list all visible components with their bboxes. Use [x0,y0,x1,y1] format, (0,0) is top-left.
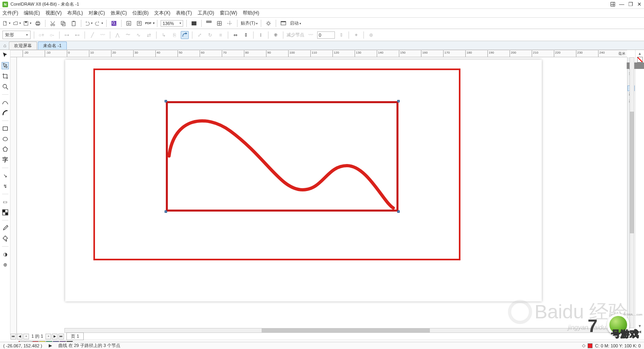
node-mode-select[interactable]: 矩形 [2,31,31,39]
app-launcher-icon[interactable] [279,19,287,27]
first-page-button[interactable]: ⏮ [10,334,16,339]
align-nodes-button[interactable]: ≡ [217,31,225,39]
transparency-tool[interactable] [2,209,9,216]
text-tool[interactable]: 字 [2,156,9,164]
add-page-before-button[interactable]: + [23,334,29,339]
import-button[interactable] [125,19,133,27]
horizontal-scrollbar[interactable] [64,328,627,333]
menu-view[interactable]: 视图(V) [45,10,62,17]
cusp-node-button[interactable]: ⋀ [114,31,122,39]
extend-curve-button[interactable]: ↳ [160,31,168,39]
reflect-v-button[interactable]: ⇕ [242,31,250,39]
tab-welcome[interactable]: 欢迎屏幕 [9,42,37,50]
new-button[interactable] [2,19,10,27]
shape-tool[interactable] [2,62,9,69]
scrollbar-thumb[interactable] [262,328,430,332]
scrollbar-thumb[interactable] [630,112,634,233]
menu-layout[interactable]: 布局(L) [67,10,83,17]
rectangle-tool[interactable] [2,125,9,132]
ellipse-tool[interactable] [2,135,9,143]
menu-help[interactable]: 帮助(H) [243,10,259,17]
delete-node-button[interactable]: ○- [48,31,56,39]
export-button[interactable] [135,19,143,27]
select-all-nodes-button[interactable]: ⁜ [272,31,280,39]
save-button[interactable] [23,19,31,27]
freehand-tool[interactable] [2,99,9,106]
copy-button[interactable] [59,19,67,27]
zoom-level[interactable]: 136% [161,20,183,27]
curve-smoothness-icon[interactable]: 〰 [307,31,315,39]
selection-node[interactable] [397,100,400,102]
close-curve-button[interactable] [181,31,189,39]
menu-effects[interactable]: 效果(C) [111,10,127,17]
menu-file[interactable]: 文件(F) [2,10,18,17]
selection-node[interactable] [165,210,167,213]
smooth-node-button[interactable]: 〜 [124,31,132,39]
fullscreen-preview-button[interactable] [190,19,198,27]
search-content-button[interactable] [110,19,118,27]
elastic-mode-button[interactable]: ⁞ [257,31,265,39]
to-curve-button[interactable]: 〰 [99,31,107,39]
show-grid-button[interactable] [215,19,223,27]
vertical-ruler[interactable] [10,57,17,334]
spin-up-down[interactable]: ⇕ [337,31,345,39]
snap-dropdown[interactable]: 贴齐(T) [241,20,258,26]
menu-edit[interactable]: 编辑(E) [24,10,40,17]
symmetric-node-button[interactable]: ∿ [134,31,142,39]
undo-button[interactable] [85,19,93,27]
maximize-button[interactable]: ❐ [628,1,633,7]
no-color-swatch[interactable] [637,57,643,62]
show-rulers-button[interactable] [205,19,213,27]
prev-page-button[interactable]: ◀ [17,334,23,339]
selection-node[interactable] [165,100,167,102]
horizontal-ruler[interactable]: 毫米 -20-100102030405060708090100110120130… [10,50,627,57]
home-icon[interactable]: ⌂ [1,42,9,50]
smoothness-value[interactable]: 0 [317,31,335,39]
publish-pdf-button[interactable]: PDF [146,19,154,27]
menu-object[interactable]: 对象(C) [89,10,105,17]
close-button[interactable]: ✕ [637,1,642,7]
minimize-button[interactable]: — [619,1,624,7]
join-nodes-button[interactable]: ⊶ [63,31,71,39]
add-page-after-button[interactable]: + [45,334,51,339]
palette-scroll-down[interactable]: ▼ [637,323,642,329]
next-page-button[interactable]: ▶ [52,334,58,339]
interactive-fill-tool[interactable] [2,235,9,242]
polygon-tool[interactable] [2,146,9,153]
menu-bitmap[interactable]: 位图(B) [132,10,149,17]
color-eyedropper-tool[interactable] [2,224,9,232]
open-button[interactable] [13,19,21,27]
show-guidelines-button[interactable] [226,19,234,27]
outline-color-swatch[interactable] [588,343,592,348]
crop-tool[interactable] [2,73,9,80]
launch-dropdown[interactable]: 启动 [290,20,301,26]
extract-subpath-button[interactable]: ⎘ [170,31,178,39]
break-nodes-button[interactable]: ⊷ [73,31,81,39]
add-node-button[interactable]: ○+ [37,31,45,39]
page-tab[interactable]: 页 1 [66,332,83,340]
quick-customize-button[interactable]: ⊕ [2,261,9,268]
artistic-media-tool[interactable] [2,109,9,116]
parallel-dimension-tool[interactable]: ↘ [2,172,9,179]
drop-shadow-tool[interactable]: ▭ [2,198,9,206]
reverse-direction-button[interactable]: ⇄ [145,31,153,39]
pick-tool[interactable] [2,52,9,59]
palette-scroll-up[interactable]: ▲ [637,51,642,56]
menu-window[interactable]: 窗口(W) [220,10,237,17]
menu-tools[interactable]: 工具(O) [198,10,214,17]
drawing-canvas[interactable] [17,57,627,328]
cut-button[interactable] [49,19,57,27]
object-origin-button[interactable]: ⊕ [367,31,375,39]
menu-text[interactable]: 文本(X) [154,10,170,17]
redo-button[interactable] [95,19,103,27]
print-button[interactable] [34,19,42,27]
menu-table[interactable]: 表格(T) [176,10,192,17]
reflect-h-button[interactable]: ⇔ [231,31,239,39]
options-button[interactable] [264,19,272,27]
inner-rectangle-object[interactable] [166,101,398,212]
bounding-box-button[interactable]: ✦ [352,31,360,39]
stretch-nodes-button[interactable]: ⤢ [196,31,204,39]
paste-button[interactable] [70,19,78,27]
vertical-scrollbar[interactable] [630,57,634,328]
selection-node[interactable] [397,210,400,213]
